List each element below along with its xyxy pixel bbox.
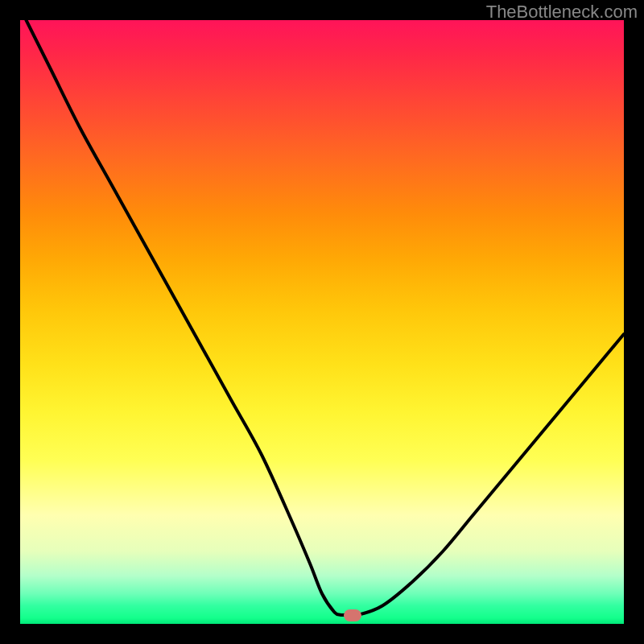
plot-area [20, 20, 624, 624]
optimal-marker [344, 609, 361, 621]
bottleneck-curve [20, 20, 624, 624]
watermark-text: TheBottleneck.com [486, 2, 638, 23]
chart-container: TheBottleneck.com [0, 0, 644, 644]
